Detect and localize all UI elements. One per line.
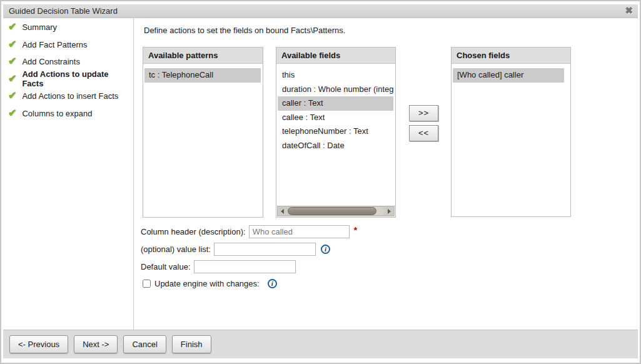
info-icon[interactable]: i — [321, 245, 330, 254]
default-value-input[interactable] — [194, 260, 296, 273]
green-check-icon: ✔ — [8, 89, 16, 101]
value-list-input[interactable] — [214, 243, 316, 256]
scroll-left-button[interactable] — [278, 206, 287, 216]
dialog-title: Guided Decision Table Wizard — [3, 6, 118, 16]
chosen-fields-list[interactable]: [Who called] caller — [452, 64, 570, 216]
update-engine-label: Update engine with changes: — [154, 279, 260, 288]
list-item[interactable]: telephoneNumber : Text — [278, 124, 393, 139]
next-button[interactable]: Next -> — [74, 335, 118, 353]
list-item[interactable]: tc : TelephoneCall — [144, 68, 261, 83]
wizard-steps-sidebar: ✔Summary✔Add Fact Patterns✔Add Constrain… — [5, 19, 130, 122]
page-instruction: Define actions to set the fields on boun… — [144, 26, 345, 35]
wizard-step-label: Columns to expand — [22, 109, 92, 118]
list-item[interactable]: callee : Text — [278, 111, 393, 125]
wizard-footer: <- PreviousNext ->CancelFinish — [3, 330, 638, 358]
finish-button[interactable]: Finish — [172, 335, 211, 353]
wizard-step-5[interactable]: ✔Columns to expand — [5, 105, 130, 123]
green-check-icon: ✔ — [8, 55, 16, 67]
wizard-step-4[interactable]: ✔Add Actions to insert Facts — [5, 88, 130, 105]
dialog-titlebar: Guided Decision Table Wizard ✖ — [3, 4, 638, 18]
chosen-fields-listbox[interactable]: Chosen fields [Who called] caller — [451, 47, 571, 217]
available-fields-list[interactable]: thisduration : Whole number (integer)cal… — [276, 64, 395, 205]
wizard-step-label: Add Fact Patterns — [22, 40, 87, 49]
default-value-label: Default value: — [141, 262, 191, 271]
column-header-input[interactable] — [249, 225, 350, 238]
sidebar-divider — [133, 18, 134, 330]
info-icon[interactable]: i — [268, 279, 277, 288]
available-patterns-header: Available patterns — [143, 48, 263, 64]
close-icon[interactable]: ✖ — [625, 5, 633, 16]
list-item[interactable]: dateOfCall : Date — [278, 139, 393, 153]
column-header-label: Column header (description): — [141, 227, 246, 236]
available-fields-listbox[interactable]: Available fields thisduration : Whole nu… — [276, 47, 396, 218]
available-fields-header: Available fields — [276, 48, 395, 64]
list-item[interactable]: duration : Whole number (integer) — [278, 83, 393, 97]
left-arrow-icon — [281, 209, 284, 214]
wizard-step-label: Summary — [22, 23, 57, 32]
add-field-button[interactable]: >> — [409, 105, 438, 121]
list-item[interactable]: caller : Text — [278, 96, 393, 111]
scrollbar-track[interactable] — [287, 207, 385, 215]
wizard-step-label: Add Actions to update Facts — [22, 69, 130, 88]
wizard-step-label: Add Actions to insert Facts — [22, 91, 118, 101]
wizard-step-1[interactable]: ✔Add Fact Patterns — [5, 36, 130, 54]
green-check-icon: ✔ — [8, 21, 16, 33]
list-item[interactable]: this — [278, 68, 393, 83]
required-asterisk: * — [354, 225, 357, 235]
horizontal-scrollbar[interactable] — [277, 206, 395, 216]
list-item[interactable]: [Who called] caller — [453, 68, 564, 83]
wizard-step-2[interactable]: ✔Add Constraints — [5, 53, 130, 71]
column-header-row: Column header (description): * — [141, 225, 357, 238]
value-list-label: (optional) value list: — [141, 245, 211, 254]
available-patterns-listbox[interactable]: Available patterns tc : TelephoneCall — [143, 47, 263, 218]
available-patterns-list[interactable]: tc : TelephoneCall — [143, 64, 263, 217]
green-check-icon: ✔ — [8, 38, 16, 50]
scroll-right-button[interactable] — [385, 206, 394, 216]
wizard-step-0[interactable]: ✔Summary — [5, 19, 130, 36]
wizard-step-label: Add Constraints — [22, 57, 80, 66]
value-list-row: (optional) value list: i — [141, 243, 330, 256]
update-engine-checkbox[interactable] — [143, 280, 151, 288]
remove-field-button[interactable]: << — [409, 125, 438, 141]
update-engine-row: Update engine with changes: i — [143, 279, 277, 288]
scrollbar-thumb[interactable] — [288, 207, 376, 215]
chosen-fields-header: Chosen fields — [452, 48, 570, 64]
green-check-icon: ✔ — [8, 73, 16, 84]
right-arrow-icon — [388, 209, 391, 214]
default-value-row: Default value: — [141, 260, 296, 273]
cancel-button[interactable]: Cancel — [123, 335, 166, 353]
green-check-icon: ✔ — [8, 107, 16, 119]
wizard-step-3[interactable]: ✔Add Actions to update Facts — [5, 71, 130, 88]
previous-button[interactable]: <- Previous — [9, 335, 68, 353]
